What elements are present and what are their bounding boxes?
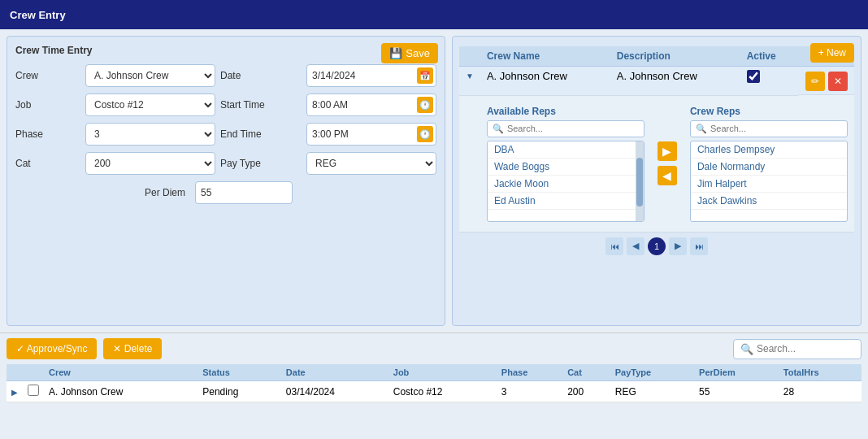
edit-crew-button[interactable]: ✏	[805, 72, 825, 91]
bottom-section: ✓ Approve/Sync ✕ Delete 🔍 Crew Status Da…	[0, 333, 868, 439]
row-status-cell: Pending	[197, 381, 281, 402]
left-panel-title: Crew Time Entry	[15, 45, 436, 56]
end-time-wrapper: 🕐	[306, 123, 436, 146]
cat-label: Cat	[15, 158, 80, 169]
crew-table-row: ▼ A. Johnson Crew A. Johnson Crew ✏	[459, 67, 854, 96]
approve-sync-button[interactable]: ✓ Approve/Sync	[7, 338, 97, 359]
bottom-search-box: 🔍	[733, 339, 861, 359]
crew-reps-search-box: 🔍	[690, 120, 848, 137]
available-reps-search-input[interactable]	[507, 124, 639, 133]
available-reps-title: Available Reps	[487, 106, 644, 117]
rep-item-dba[interactable]: DBA	[488, 141, 644, 159]
clock-icon-end[interactable]: 🕐	[417, 126, 433, 142]
bottom-search-icon: 🔍	[740, 343, 753, 355]
row-date-cell: 03/14/2024	[281, 381, 388, 402]
per-diem-input[interactable]	[195, 181, 293, 204]
crew-rep-jack[interactable]: Jack Dawkins	[691, 193, 847, 210]
job-label: Job	[15, 99, 80, 111]
col-status-th: Status	[197, 364, 281, 381]
move-left-button[interactable]: ◀	[658, 166, 677, 185]
bottom-toolbar: ✓ Approve/Sync ✕ Delete 🔍	[7, 338, 861, 359]
rep-item-ed[interactable]: Ed Austin	[488, 193, 644, 210]
crew-active-cell	[740, 67, 799, 96]
available-reps-list: DBA Wade Boggs Jackie Moon Ed Austin	[487, 141, 644, 222]
app-header: Crew Entry	[0, 0, 868, 29]
bottom-table: Crew Status Date Job Phase Cat PayType P…	[7, 364, 861, 402]
form-grid: Crew A. Johnson Crew Date 📅 Job Costco #…	[15, 64, 436, 175]
col-crew-name: Crew Name	[480, 46, 610, 67]
calendar-icon[interactable]: 📅	[417, 67, 433, 84]
crew-rep-jim[interactable]: Jim Halpert	[691, 176, 847, 193]
page-prev-button[interactable]: ◀	[627, 237, 644, 255]
available-reps-panel: Available Reps 🔍 DBA Wade Boggs Jackie M…	[487, 106, 644, 222]
end-time-label: End Time	[220, 128, 302, 140]
col-paytype-th: PayType	[610, 364, 694, 381]
bottom-delete-button[interactable]: ✕ Delete	[103, 338, 162, 359]
job-select[interactable]: Costco #12	[85, 93, 215, 116]
col-expand-th	[7, 364, 23, 381]
cat-select[interactable]: 200	[85, 152, 215, 175]
row-expand-cell: ▶	[7, 381, 23, 402]
col-totalhrs-th: TotalHrs	[779, 364, 861, 381]
col-date-th: Date	[281, 364, 388, 381]
rep-item-jackie[interactable]: Jackie Moon	[488, 176, 644, 193]
date-label: Date	[220, 70, 302, 81]
col-phase-th: Phase	[497, 364, 562, 381]
crew-label: Crew	[15, 70, 80, 81]
search-icon-crew: 🔍	[696, 124, 707, 134]
save-icon: 💾	[389, 47, 402, 59]
page-1-button[interactable]: 1	[648, 237, 666, 255]
crew-detail: Available Reps 🔍 DBA Wade Boggs Jackie M…	[487, 99, 848, 228]
delete-crew-button[interactable]: ✕	[828, 72, 848, 91]
table-row: ▶ A. Johnson Crew Pending 03/14/2024 Cos…	[7, 381, 861, 402]
col-description: Description	[610, 46, 740, 67]
col-job-th: Job	[388, 364, 497, 381]
rep-item-wade[interactable]: Wade Boggs	[488, 159, 644, 176]
main-content: Crew Time Entry 💾 Save Crew A. Johnson C…	[0, 29, 868, 439]
crew-select[interactable]: A. Johnson Crew	[85, 64, 215, 87]
crew-name-cell: A. Johnson Crew	[480, 67, 610, 96]
row-check-cell	[23, 381, 44, 402]
col-cat-th: Cat	[562, 364, 610, 381]
row-expand-arrow[interactable]: ▶	[11, 388, 18, 397]
col-active: Active	[740, 46, 799, 67]
crew-reps-list: Charles Dempsey Dale Normandy Jim Halper…	[690, 141, 848, 222]
move-right-button[interactable]: ▶	[658, 141, 677, 161]
expand-arrow[interactable]: ▼	[466, 72, 474, 80]
app-title: Crew Entry	[10, 9, 66, 21]
row-crew-cell: A. Johnson Crew	[44, 381, 197, 402]
clock-icon-start[interactable]: 🕐	[417, 97, 433, 113]
pay-type-select[interactable]: REG	[306, 152, 436, 175]
crew-description-cell: A. Johnson Crew	[610, 67, 740, 96]
new-button[interactable]: + New	[810, 43, 854, 63]
top-section: Crew Time Entry 💾 Save Crew A. Johnson C…	[0, 29, 868, 333]
bottom-search-input[interactable]	[757, 343, 854, 354]
pagination: ⏮ ◀ 1 ▶ ⏭	[459, 237, 854, 255]
phase-select[interactable]: 3	[85, 123, 215, 146]
page-next-button[interactable]: ▶	[669, 237, 687, 255]
row-checkbox[interactable]	[28, 385, 39, 396]
row-perdiem-cell: 55	[694, 381, 779, 402]
save-button[interactable]: 💾 Save	[381, 43, 438, 63]
per-diem-label: Per Diem	[15, 187, 190, 198]
pay-type-label: Pay Type	[220, 158, 302, 169]
crew-detail-cell: Available Reps 🔍 DBA Wade Boggs Jackie M…	[480, 95, 854, 232]
start-time-label: Start Time	[220, 99, 302, 111]
date-field-wrapper: 📅	[306, 64, 436, 87]
row-job-cell: Costco #12	[388, 381, 497, 402]
col-perdiem-th: PerDiem	[694, 364, 779, 381]
row-cat-cell: 200	[562, 381, 610, 402]
page-last-button[interactable]: ⏭	[690, 237, 708, 255]
available-reps-search-box: 🔍	[487, 120, 644, 137]
col-check-th	[23, 364, 44, 381]
crew-detail-row: Available Reps 🔍 DBA Wade Boggs Jackie M…	[459, 95, 854, 232]
per-diem-row: Per Diem	[15, 181, 436, 204]
search-icon-available: 🔍	[493, 124, 504, 134]
crew-reps-search-input[interactable]	[710, 124, 842, 133]
crew-rep-dale[interactable]: Dale Normandy	[691, 159, 847, 176]
crew-active-checkbox[interactable]	[747, 70, 760, 83]
crew-table: Crew Name Description Active ▼ A. Johnso…	[459, 46, 854, 233]
crew-rep-charles[interactable]: Charles Dempsey	[691, 141, 847, 159]
start-time-wrapper: 🕐	[306, 93, 436, 116]
page-first-button[interactable]: ⏮	[605, 237, 623, 255]
